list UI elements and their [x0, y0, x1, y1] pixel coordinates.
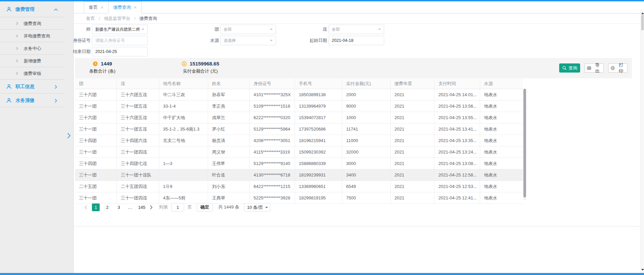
table-cell: 4206**********3051 [249, 135, 295, 146]
scrollbar-thumb[interactable] [641, 15, 644, 30]
water-source-select[interactable]: 请选择 [220, 36, 276, 45]
table-cell: 5109**********1516 [249, 101, 295, 112]
close-icon[interactable]: × [134, 5, 137, 10]
chevron-right-icon [15, 22, 19, 25]
page-button-2[interactable]: 2 [103, 203, 111, 211]
sidebar-item-water-center[interactable]: 水务中心 [0, 42, 73, 55]
sidebar-collapse-handle[interactable] [67, 133, 71, 140]
query-button[interactable]: 查询 [559, 63, 580, 73]
lian-select[interactable]: 全部 [328, 25, 384, 34]
export-button[interactable]: 导出 [585, 63, 604, 73]
table-row[interactable]: 三十六团三十六团五连中二斗三农孙喜军4101**********325X1850… [75, 89, 523, 101]
confirm-button[interactable]: 确定 [197, 203, 213, 212]
table-cell: 三十六团五连 [117, 112, 159, 123]
chevron-down-icon [265, 207, 268, 210]
table-row[interactable]: 三十一团三十一团四连周义智4115**********3319150992303… [75, 146, 523, 158]
table-cell: 2021-04-25 13:35... [434, 135, 480, 146]
end-date-input[interactable] [92, 47, 148, 56]
page-button-145[interactable]: 145 [138, 203, 146, 211]
print-button[interactable]: 打印 [608, 63, 627, 73]
table-cell: 2021 [390, 158, 434, 169]
page-ellipsis: ... [126, 203, 134, 211]
table-cell [159, 169, 208, 181]
table-cell: 三十六团 [75, 112, 117, 123]
breadcrumb-separator: / [134, 16, 136, 21]
id-number-input[interactable] [92, 36, 148, 45]
next-page-button[interactable] [149, 205, 153, 210]
start-date-input[interactable] [328, 36, 384, 45]
sidebar-item-payment-query[interactable]: 缴费查询 [0, 17, 73, 30]
tab-payment-query[interactable]: 缴费查询 × [108, 1, 142, 13]
column-header: 缴费年度 [390, 78, 434, 89]
table-cell: 2021-04-25 13:55... [434, 112, 480, 123]
water-source-label: 水源 [210, 36, 219, 45]
total-records: 共 1449 条 [218, 204, 239, 210]
sidebar-group-staff-info[interactable]: 职工信息 [0, 80, 73, 93]
table-row[interactable]: 三十四团三十四团七连1—3王伟苹5129**********9140158868… [75, 158, 523, 169]
table-cell: 2000 [342, 89, 390, 101]
record-count-label: 条数合计 (条) [77, 68, 128, 74]
table-row[interactable]: 二十五团二十五团四连1斗9刘小东6422**********1215133699… [75, 181, 523, 192]
table-cell: 地表水 [480, 181, 523, 192]
table-cell: 13369960651 [295, 181, 342, 192]
page-size-select[interactable]: 10 条/页 [244, 203, 270, 212]
table-cell: 叶合道 [208, 169, 249, 181]
table-cell: 地表水 [480, 89, 523, 101]
table-cell: 三十六团 [75, 89, 117, 101]
scroll-down-arrow-icon[interactable] [641, 269, 644, 272]
table-cell: 罗小红 [208, 123, 249, 135]
shi-select[interactable]: 新疆生产建设兵团第二师 [92, 25, 148, 34]
table-scrollbar[interactable] [523, 89, 526, 200]
table-cell: 李正燕 [208, 101, 249, 112]
table-cell: 地表水 [480, 169, 523, 181]
page-button-3[interactable]: 3 [115, 203, 123, 211]
table-row[interactable]: 三十一团三十一团十连队叶合道4130**********671818199239… [75, 169, 523, 181]
breadcrumb-home[interactable]: 首页 [86, 16, 95, 21]
sidebar-group-water-clearance[interactable]: 水务清缴 [0, 93, 73, 107]
sidebar-item-well-electric-payment-query[interactable]: 井电缴费查询 [0, 30, 73, 42]
table-cell: 4115**********3319 [249, 146, 295, 158]
table-cell: 4101**********325X [249, 89, 295, 101]
breadcrumb-platform[interactable]: 信息监管平台 [104, 16, 130, 21]
table-cell: 2021 [390, 123, 434, 135]
window-scrollbar[interactable] [641, 10, 644, 273]
sidebar-item-payment-review[interactable]: 缴费审核 [0, 67, 73, 80]
clock-icon [93, 61, 98, 66]
column-header: 团 [75, 78, 117, 89]
table-cell: 王伟苹 [208, 158, 249, 169]
table-cell: 三十四团 [75, 135, 117, 146]
prev-page-button[interactable] [84, 205, 88, 210]
table-cell: 三十一团 [75, 169, 117, 181]
table-row[interactable]: 三十一团三十一团五连33-1-4李正燕5109**********1516131… [75, 101, 523, 112]
sidebar-group-label: 水务清缴 [16, 98, 34, 104]
chevron-up-icon [54, 7, 58, 12]
table-row[interactable]: 三十一团三十一团五连35-1-2，35-6南1.3罗小红5129********… [75, 123, 523, 135]
table-cell: 三十一团 [75, 101, 117, 112]
sidebar: 缴费管理 缴费查询 井电缴费查询 水务中心 新增缴费 缴费审核 职工信息 [0, 1, 74, 273]
table-cell: 5129**********5964 [249, 123, 295, 135]
table-cell: 1斗9 [159, 181, 208, 192]
table-cell: 三十四团六连 [117, 135, 159, 146]
scroll-up-arrow-icon[interactable] [641, 11, 644, 14]
table-row[interactable]: 三十四团三十四团六连北支二号地杨贵清4206**********30511819… [75, 135, 523, 146]
start-date-label: 起始日期 [309, 36, 327, 45]
sidebar-group-payment-management[interactable]: 缴费管理 [0, 1, 73, 17]
end-date-label: 结束日期 [73, 47, 91, 56]
sidebar-item-new-payment[interactable]: 新增缴费 [0, 55, 73, 67]
pagination: 123...145 到第 页 确定 共 1449 条 10 条/页 [74, 200, 644, 214]
page-button-1[interactable]: 1 [92, 203, 100, 211]
table-cell: 2021-04-25 12:53... [434, 181, 480, 192]
table-cell: 1—3 [159, 158, 208, 169]
chevron-down-icon [270, 40, 273, 43]
close-icon[interactable]: × [101, 5, 103, 10]
tab-bar: 首页 × 缴费查询 × [74, 1, 644, 13]
sidebar-item-label: 缴费审核 [24, 71, 41, 77]
table-scrollbar-thumb[interactable] [523, 89, 526, 197]
summary-bar: 1449 条数合计 (条) 15159968.65 实付金额合计 (元) 查询 … [75, 58, 632, 78]
tab-home[interactable]: 首页 × [84, 1, 108, 13]
filter-form: 师 新疆生产建设兵团第二师 团 全部 连 全部 身份证号 水源 请选择 起始日期… [74, 24, 644, 58]
goto-page-input[interactable] [171, 203, 184, 212]
tuan-select[interactable]: 全部 [220, 25, 276, 34]
top-accent-bar [0, 0, 644, 1]
table-row[interactable]: 三十六团三十六团五连中干扩大地戎翠兰6222**********03201539… [75, 112, 523, 123]
